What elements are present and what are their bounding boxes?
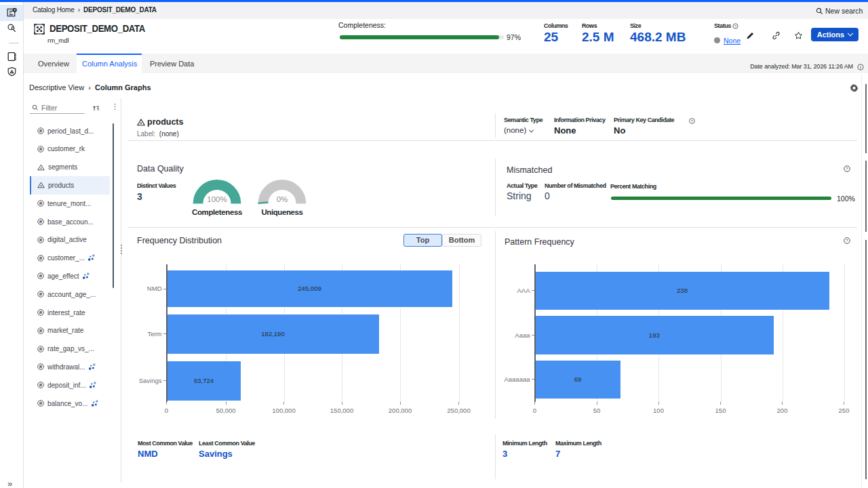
svg-text:?: ? — [734, 24, 736, 28]
svg-text:?: ? — [846, 166, 848, 171]
svg-text:?: ? — [691, 119, 693, 123]
svg-text:?: ? — [846, 238, 848, 243]
